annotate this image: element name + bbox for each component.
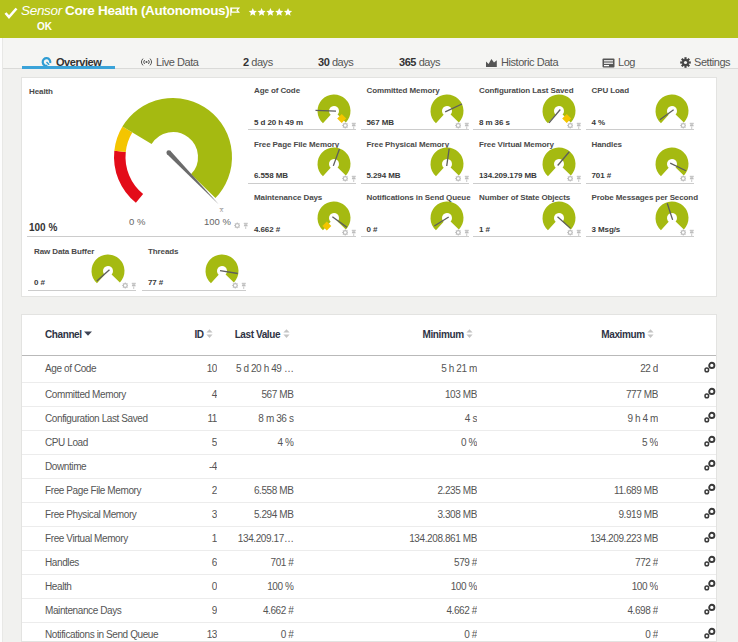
svg-text:x̅: x̅ <box>219 206 225 213</box>
